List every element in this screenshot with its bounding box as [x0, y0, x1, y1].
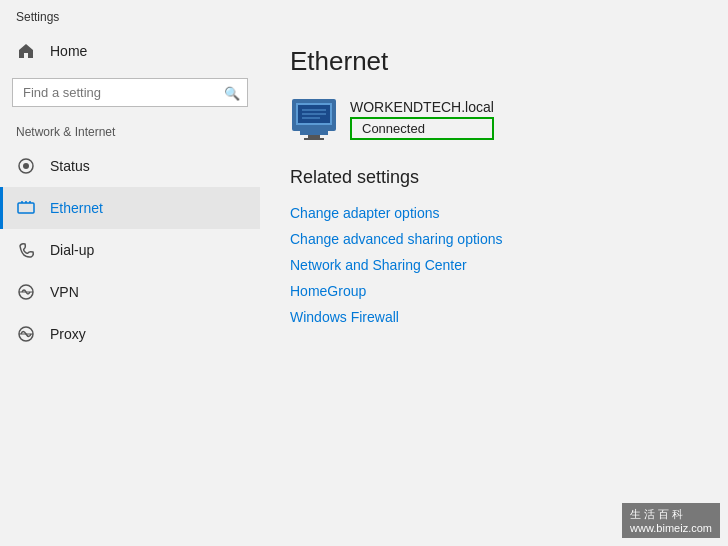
vpn-label: VPN	[50, 284, 79, 300]
change-advanced-sharing-link[interactable]: Change advanced sharing options	[290, 226, 698, 252]
home-label: Home	[50, 43, 87, 59]
ethernet-nav-icon	[16, 198, 36, 218]
svg-rect-14	[308, 135, 320, 138]
main-content: Ethernet WORKENDTECH.local Connected	[260, 30, 728, 544]
sidebar-item-dialup[interactable]: Dial-up	[0, 229, 260, 271]
search-icon: 🔍	[224, 85, 240, 100]
sidebar-item-proxy[interactable]: Proxy	[0, 313, 260, 355]
watermark: 生 活 百 科 www.bimeiz.com	[622, 503, 720, 538]
sidebar-home[interactable]: Home	[0, 30, 260, 72]
sidebar-item-vpn[interactable]: VPN	[0, 271, 260, 313]
title-bar: Settings	[0, 0, 728, 30]
sidebar-item-ethernet[interactable]: Ethernet	[0, 187, 260, 229]
svg-rect-13	[300, 131, 328, 135]
watermark-line1: 生 活 百 科	[630, 507, 712, 522]
svg-point-1	[23, 163, 29, 169]
svg-rect-2	[18, 203, 34, 213]
search-box[interactable]: 🔍	[12, 78, 248, 107]
ethernet-device-card: WORKENDTECH.local Connected	[290, 95, 698, 143]
ethernet-device-name: WORKENDTECH.local	[350, 99, 494, 115]
home-icon	[16, 41, 36, 61]
dialup-label: Dial-up	[50, 242, 94, 258]
search-input[interactable]	[12, 78, 248, 107]
status-icon	[16, 156, 36, 176]
sidebar: Home 🔍 Network & Internet Status	[0, 30, 260, 544]
dialup-icon	[16, 240, 36, 260]
proxy-label: Proxy	[50, 326, 86, 342]
related-settings-section: Related settings Change adapter options …	[290, 167, 698, 330]
ethernet-device-icon	[290, 95, 338, 143]
title-bar-label: Settings	[16, 10, 59, 24]
ethernet-device-info: WORKENDTECH.local Connected	[350, 99, 494, 140]
homegroup-link[interactable]: HomeGroup	[290, 278, 698, 304]
ethernet-label: Ethernet	[50, 200, 103, 216]
svg-rect-15	[304, 138, 324, 140]
related-settings-title: Related settings	[290, 167, 698, 188]
vpn-icon	[16, 282, 36, 302]
page-title: Ethernet	[290, 46, 698, 77]
windows-firewall-link[interactable]: Windows Firewall	[290, 304, 698, 330]
change-adapter-options-link[interactable]: Change adapter options	[290, 200, 698, 226]
connected-badge: Connected	[350, 117, 494, 140]
sidebar-section-label: Network & Internet	[0, 117, 260, 145]
sidebar-item-status[interactable]: Status	[0, 145, 260, 187]
watermark-line2: www.bimeiz.com	[630, 522, 712, 534]
network-sharing-center-link[interactable]: Network and Sharing Center	[290, 252, 698, 278]
proxy-icon	[16, 324, 36, 344]
status-label: Status	[50, 158, 90, 174]
